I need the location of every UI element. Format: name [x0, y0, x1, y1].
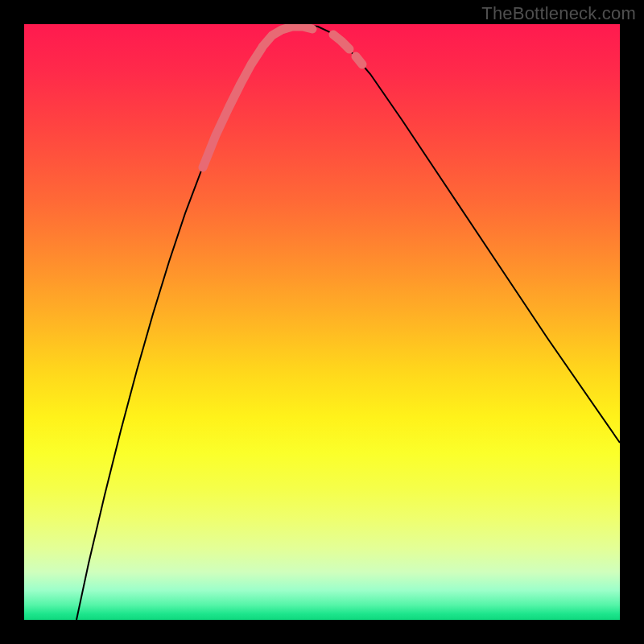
series-marker-band-right-dot: [356, 56, 362, 64]
curve-layer: [24, 24, 620, 620]
series-curve: [76, 25, 620, 620]
watermark-text: TheBottleneck.com: [481, 3, 636, 24]
plot-area: [24, 24, 620, 620]
chart-stage: TheBottleneck.com: [0, 0, 644, 644]
series-marker-band-left: [203, 48, 262, 167]
series-marker-band-right: [333, 35, 349, 49]
series-marker-band-bottom: [262, 27, 312, 47]
